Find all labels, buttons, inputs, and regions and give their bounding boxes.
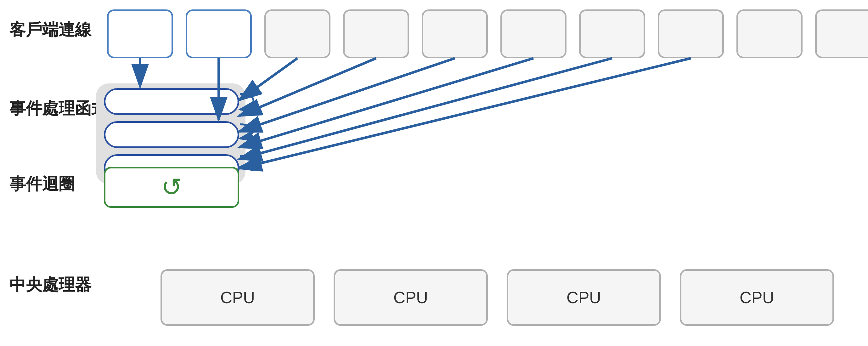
- svg-line-9: [239, 58, 691, 168]
- monitor-box-8: [658, 9, 724, 58]
- label-cpu: 中央處理器: [9, 274, 91, 296]
- cpu-box-2: CPU: [334, 269, 488, 326]
- loop-box: ↺: [104, 167, 239, 208]
- svg-line-4: [239, 58, 298, 100]
- svg-line-5: [239, 58, 376, 116]
- loop-icon: ↺: [161, 175, 182, 200]
- monitor-box-9: [737, 9, 803, 58]
- monitor-box-10: [815, 9, 868, 58]
- monitor-box-3: [265, 9, 331, 58]
- diagram: 客戶端連線 事件處理函式 事件迴圈 中央處理器 ↺ CPU CPU CPU CP…: [0, 0, 868, 346]
- label-client: 客戶端連線: [9, 19, 91, 41]
- cpu-box-1: CPU: [160, 269, 315, 326]
- monitor-box-7: [579, 9, 645, 58]
- svg-line-6: [239, 58, 455, 132]
- monitor-box-2: [186, 9, 252, 58]
- monitor-box-4: [343, 9, 409, 58]
- handler-row-2: [104, 121, 239, 148]
- monitor-box-1: [107, 9, 173, 58]
- cpu-box-3: CPU: [507, 269, 661, 326]
- handler-row-1: [104, 88, 239, 115]
- svg-line-7: [239, 58, 533, 147]
- label-loop: 事件迴圈: [9, 173, 75, 195]
- monitor-box-5: [422, 9, 488, 58]
- label-handler: 事件處理函式: [9, 97, 107, 120]
- svg-line-8: [239, 58, 612, 159]
- cpu-box-4: CPU: [680, 269, 834, 326]
- monitor-box-6: [500, 9, 566, 58]
